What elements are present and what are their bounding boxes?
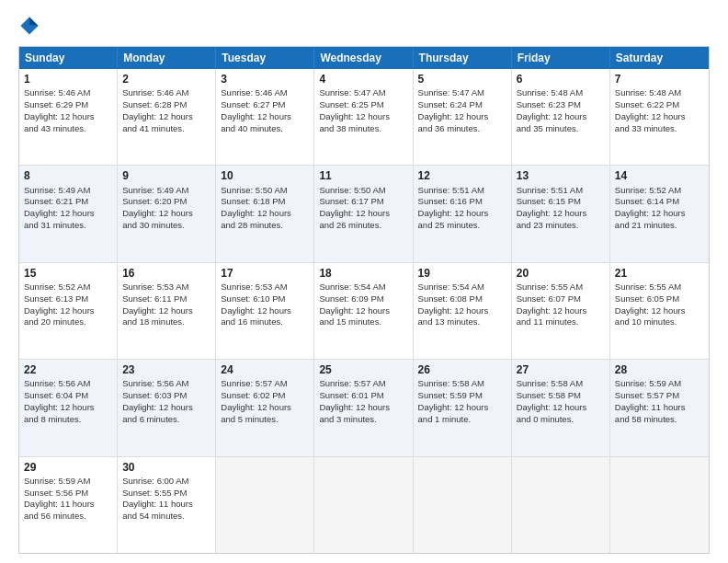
day-number: 7 [615, 72, 704, 86]
day-detail: Daylight: 11 hours [615, 402, 704, 414]
day-detail: Daylight: 12 hours [122, 402, 210, 414]
day-number: 24 [221, 362, 309, 377]
day-detail: Sunrise: 6:00 AM [122, 476, 210, 488]
day-detail: Sunset: 5:58 PM [517, 390, 605, 402]
day-detail: Sunrise: 5:52 AM [615, 185, 704, 197]
day-detail: Daylight: 12 hours [517, 208, 605, 220]
day-detail: Daylight: 12 hours [418, 402, 506, 414]
day-detail: Sunset: 5:55 PM [122, 488, 210, 500]
day-cell-18: 18Sunrise: 5:54 AMSunset: 6:09 PMDayligh… [314, 263, 413, 359]
day-detail: Daylight: 12 hours [418, 305, 506, 317]
day-detail: Daylight: 12 hours [615, 305, 704, 317]
day-detail: Sunset: 6:22 PM [615, 99, 704, 111]
day-detail: Sunrise: 5:46 AM [122, 87, 210, 99]
day-cell-11: 11Sunrise: 5:50 AMSunset: 6:17 PMDayligh… [314, 166, 413, 261]
day-number: 30 [122, 460, 210, 475]
day-detail: and 8 minutes. [24, 414, 112, 426]
day-number: 15 [24, 266, 112, 281]
calendar-row-3: 22Sunrise: 5:56 AMSunset: 6:04 PMDayligh… [19, 360, 709, 456]
day-detail: and 26 minutes. [319, 220, 407, 232]
day-cell-29: 29Sunrise: 5:59 AMSunset: 5:56 PMDayligh… [19, 457, 118, 553]
day-detail: Sunset: 6:01 PM [319, 390, 407, 402]
day-detail: and 56 minutes. [24, 511, 112, 523]
day-number: 14 [615, 168, 704, 183]
calendar-row-4: 29Sunrise: 5:59 AMSunset: 5:56 PMDayligh… [19, 457, 709, 553]
day-detail: Sunset: 6:09 PM [319, 293, 407, 305]
day-detail: and 23 minutes. [517, 220, 605, 232]
day-number: 27 [517, 362, 605, 377]
empty-cell [314, 457, 413, 553]
day-detail: Sunrise: 5:54 AM [418, 282, 506, 293]
day-detail: Sunrise: 5:54 AM [319, 282, 407, 293]
day-cell-30: 30Sunrise: 6:00 AMSunset: 5:55 PMDayligh… [118, 457, 216, 553]
header [18, 15, 710, 37]
day-detail: and 28 minutes. [221, 220, 309, 232]
day-cell-25: 25Sunrise: 5:57 AMSunset: 6:01 PMDayligh… [314, 360, 413, 455]
day-detail: Daylight: 12 hours [615, 208, 704, 220]
logo [18, 15, 44, 37]
day-number: 19 [418, 266, 506, 281]
day-detail: Sunset: 6:29 PM [24, 99, 112, 111]
day-number: 2 [122, 72, 210, 86]
day-cell-20: 20Sunrise: 5:55 AMSunset: 6:07 PMDayligh… [512, 263, 610, 359]
day-number: 18 [319, 266, 407, 281]
day-detail: Sunset: 6:11 PM [122, 293, 210, 305]
day-number: 28 [615, 362, 704, 377]
day-detail: and 10 minutes. [615, 316, 704, 328]
empty-cell [610, 457, 709, 553]
day-cell-16: 16Sunrise: 5:53 AMSunset: 6:11 PMDayligh… [118, 263, 216, 359]
day-detail: and 13 minutes. [418, 316, 506, 328]
day-detail: Daylight: 12 hours [418, 208, 506, 220]
day-detail: Daylight: 12 hours [122, 208, 210, 220]
day-detail: Sunset: 6:14 PM [615, 196, 704, 208]
day-number: 1 [24, 72, 112, 86]
day-detail: and 3 minutes. [319, 414, 407, 426]
day-number: 23 [122, 362, 210, 377]
day-detail: Sunrise: 5:59 AM [24, 476, 112, 488]
day-detail: Sunset: 6:16 PM [418, 196, 506, 208]
day-detail: Sunset: 6:24 PM [418, 99, 506, 111]
logo-icon [18, 15, 40, 37]
day-detail: Sunset: 6:23 PM [517, 99, 605, 111]
day-detail: and 36 minutes. [418, 123, 506, 135]
day-detail: Sunset: 6:03 PM [122, 390, 210, 402]
day-cell-19: 19Sunrise: 5:54 AMSunset: 6:08 PMDayligh… [414, 263, 512, 359]
day-detail: Sunset: 6:18 PM [221, 196, 309, 208]
day-detail: and 40 minutes. [221, 123, 309, 135]
day-detail: Sunset: 6:05 PM [615, 293, 704, 305]
weekday-header-saturday: Saturday [610, 47, 709, 69]
day-detail: and 21 minutes. [615, 220, 704, 232]
day-number: 25 [319, 362, 407, 377]
day-detail: Sunrise: 5:57 AM [221, 378, 309, 390]
empty-cell [512, 457, 610, 553]
day-detail: Sunrise: 5:46 AM [24, 87, 112, 99]
day-detail: and 41 minutes. [122, 123, 210, 135]
day-detail: Daylight: 12 hours [319, 402, 407, 414]
day-detail: Daylight: 12 hours [24, 305, 112, 317]
weekday-header-wednesday: Wednesday [314, 47, 413, 69]
day-detail: and 30 minutes. [122, 220, 210, 232]
day-detail: and 33 minutes. [615, 123, 704, 135]
day-cell-26: 26Sunrise: 5:58 AMSunset: 5:59 PMDayligh… [414, 360, 512, 455]
day-cell-1: 1Sunrise: 5:46 AMSunset: 6:29 PMDaylight… [19, 69, 118, 165]
weekday-header-friday: Friday [512, 47, 610, 69]
day-cell-7: 7Sunrise: 5:48 AMSunset: 6:22 PMDaylight… [610, 69, 709, 165]
day-detail: Sunrise: 5:59 AM [615, 378, 704, 390]
day-number: 26 [418, 362, 506, 377]
day-detail: Sunset: 5:57 PM [615, 390, 704, 402]
day-number: 16 [122, 266, 210, 281]
day-number: 13 [517, 168, 605, 183]
day-detail: Sunrise: 5:49 AM [24, 185, 112, 197]
day-number: 4 [319, 72, 407, 86]
calendar-row-2: 15Sunrise: 5:52 AMSunset: 6:13 PMDayligh… [19, 263, 709, 360]
day-detail: and 58 minutes. [615, 414, 704, 426]
day-detail: Daylight: 12 hours [122, 305, 210, 317]
day-detail: Sunset: 6:02 PM [221, 390, 309, 402]
day-cell-6: 6Sunrise: 5:48 AMSunset: 6:23 PMDaylight… [512, 69, 610, 165]
day-number: 12 [418, 168, 506, 183]
weekday-header-tuesday: Tuesday [216, 47, 314, 69]
svg-marker-1 [29, 17, 39, 26]
day-detail: Sunrise: 5:46 AM [221, 87, 309, 99]
day-detail: Sunrise: 5:51 AM [517, 185, 605, 197]
day-detail: Daylight: 11 hours [24, 499, 112, 511]
